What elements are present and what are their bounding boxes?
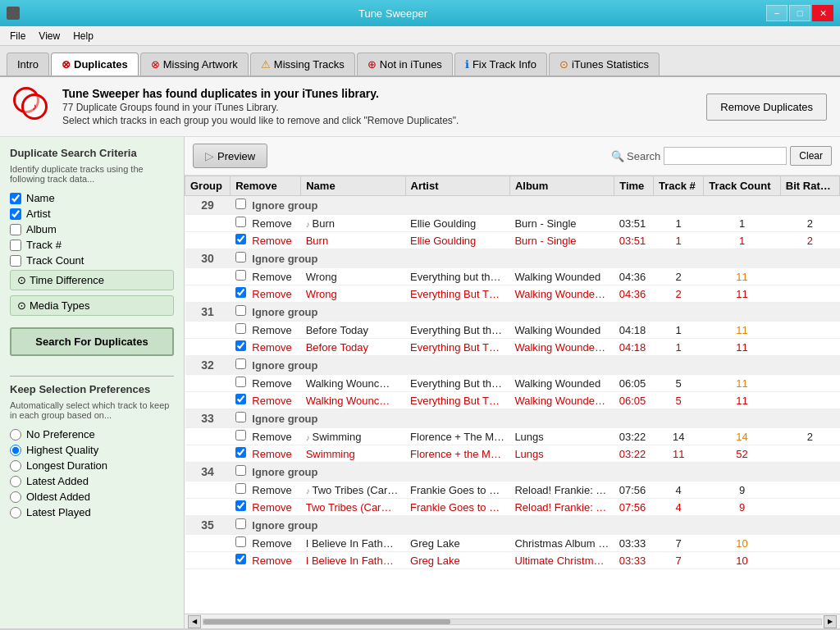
row-remove-cell[interactable]: Remove	[231, 482, 301, 499]
remove-checkbox[interactable]	[235, 554, 246, 564]
table-row[interactable]: Remove Two Tribes (Car… Frankie Goes to …	[185, 499, 840, 516]
scroll-track[interactable]	[203, 619, 822, 625]
media-types-dropdown[interactable]: ⊙ Media Types	[10, 295, 174, 316]
ignore-group-checkbox[interactable]	[235, 518, 246, 529]
criteria-track-count[interactable]: Track Count	[10, 254, 174, 267]
tab-intro[interactable]: Intro	[7, 52, 49, 75]
ignore-group-checkbox[interactable]	[235, 199, 246, 209]
group-ignore-cell[interactable]: Ignore group	[231, 516, 840, 535]
minimize-button[interactable]: −	[766, 5, 788, 21]
tab-fix-track-info[interactable]: ℹ Fix Track Info	[454, 52, 547, 75]
table-row[interactable]: Remove Before Today Everything But The G…	[185, 339, 840, 356]
criteria-name-checkbox[interactable]	[10, 193, 21, 204]
tab-duplicates[interactable]: ⊗ Duplicates	[51, 52, 139, 75]
remove-checkbox[interactable]	[235, 377, 246, 387]
ignore-group-checkbox[interactable]	[235, 358, 246, 369]
keep-latest-played-radio[interactable]	[10, 507, 21, 518]
clear-button[interactable]: Clear	[790, 146, 832, 166]
tab-itunes-statistics[interactable]: ⊙ iTunes Statistics	[549, 52, 660, 75]
table-row[interactable]: Remove ♪ Burn Ellie Goulding Burn - Sing…	[185, 215, 840, 232]
table-row[interactable]: Remove Walking Wounc… Everything But The…	[185, 392, 840, 409]
row-remove-cell[interactable]: Remove	[231, 535, 301, 552]
criteria-artist[interactable]: Artist	[10, 208, 174, 220]
keep-highest-quality-radio[interactable]	[10, 445, 21, 456]
table-row[interactable]: Remove Wrong Everything But The Girl Wal…	[185, 285, 840, 303]
menu-help[interactable]: Help	[66, 29, 100, 43]
keep-longest-duration[interactable]: Longest Duration	[10, 459, 174, 472]
row-remove-cell[interactable]: Remove	[231, 392, 301, 409]
table-row[interactable]: Remove Wrong Everything but the Girl Wal…	[185, 268, 840, 285]
remove-checkbox[interactable]	[235, 323, 246, 334]
horizontal-scrollbar[interactable]: ◀ ▶	[185, 614, 840, 628]
table-row[interactable]: Remove I Believe In Fath… Greg Lake Chri…	[185, 535, 840, 552]
remove-checkbox[interactable]	[235, 500, 246, 511]
keep-latest-added-radio[interactable]	[10, 476, 21, 487]
remove-checkbox[interactable]	[235, 447, 246, 458]
close-button[interactable]: ✕	[812, 5, 833, 21]
row-remove-cell[interactable]: Remove	[231, 552, 301, 569]
remove-checkbox[interactable]	[235, 270, 246, 281]
remove-checkbox[interactable]	[235, 483, 246, 494]
tab-missing-tracks[interactable]: ⚠ Missing Tracks	[250, 52, 355, 75]
ignore-group-checkbox[interactable]	[235, 305, 246, 316]
table-row[interactable]: Remove ♪ Swimming Florence + The Machine…	[185, 428, 840, 445]
row-remove-cell[interactable]: Remove	[231, 375, 301, 392]
remove-checkbox[interactable]	[235, 394, 246, 404]
table-row[interactable]: Remove I Believe In Fath… Greg Lake Ulti…	[185, 552, 840, 569]
table-row[interactable]: Remove Swimming Florence + the Machine L…	[185, 445, 840, 463]
ignore-group-checkbox[interactable]	[235, 412, 246, 422]
menu-file[interactable]: File	[3, 29, 32, 43]
row-remove-cell[interactable]: Remove	[231, 322, 301, 339]
maximize-button[interactable]: □	[789, 5, 810, 21]
row-remove-cell[interactable]: Remove	[231, 445, 301, 463]
remove-checkbox[interactable]	[235, 287, 246, 298]
group-ignore-cell[interactable]: Ignore group	[231, 409, 840, 428]
menu-view[interactable]: View	[32, 29, 66, 43]
keep-longest-duration-radio[interactable]	[10, 460, 21, 472]
scroll-right-button[interactable]: ▶	[824, 615, 837, 628]
row-remove-cell[interactable]: Remove	[231, 268, 301, 285]
row-remove-cell[interactable]: Remove	[231, 215, 301, 232]
group-ignore-cell[interactable]: Ignore group	[231, 356, 840, 375]
remove-duplicates-button[interactable]: Remove Duplicates	[706, 94, 827, 121]
criteria-track-num[interactable]: Track #	[10, 239, 174, 251]
criteria-track-num-checkbox[interactable]	[10, 240, 21, 251]
group-ignore-cell[interactable]: Ignore group	[231, 463, 840, 482]
table-row[interactable]: Remove Burn Ellie Goulding Burn - Single…	[185, 232, 840, 249]
search-input[interactable]	[664, 147, 787, 165]
remove-checkbox[interactable]	[235, 340, 246, 351]
criteria-name[interactable]: Name	[10, 192, 174, 204]
criteria-album[interactable]: Album	[10, 223, 174, 235]
tab-not-in-itunes[interactable]: ⊕ Not in iTunes	[357, 52, 453, 75]
remove-checkbox[interactable]	[235, 234, 246, 244]
keep-no-preference[interactable]: No Preference	[10, 428, 174, 441]
scroll-left-button[interactable]: ◀	[188, 615, 201, 628]
ignore-group-checkbox[interactable]	[235, 465, 246, 476]
table-row[interactable]: Remove ♪ Two Tribes (Car… Frankie Goes t…	[185, 482, 840, 499]
group-ignore-cell[interactable]: Ignore group	[231, 303, 840, 322]
row-remove-cell[interactable]: Remove	[231, 285, 301, 303]
keep-highest-quality[interactable]: Highest Quality	[10, 444, 174, 456]
criteria-track-count-checkbox[interactable]	[10, 255, 21, 267]
group-ignore-cell[interactable]: Ignore group	[231, 196, 840, 215]
tab-missing-artwork[interactable]: ⊗ Missing Artwork	[140, 52, 249, 75]
preview-button[interactable]: ▷ Preview	[193, 144, 267, 168]
scroll-thumb[interactable]	[203, 619, 450, 624]
row-remove-cell[interactable]: Remove	[231, 339, 301, 356]
keep-oldest-added[interactable]: Oldest Added	[10, 491, 174, 503]
keep-latest-played[interactable]: Latest Played	[10, 506, 174, 518]
row-remove-cell[interactable]: Remove	[231, 428, 301, 445]
row-remove-cell[interactable]: Remove	[231, 499, 301, 516]
ignore-group-checkbox[interactable]	[235, 252, 246, 262]
time-difference-dropdown[interactable]: ⊙ Time Difference	[10, 270, 174, 290]
keep-latest-added[interactable]: Latest Added	[10, 475, 174, 487]
table-row[interactable]: Remove Walking Wounc… Everything But the…	[185, 375, 840, 392]
keep-no-preference-radio[interactable]	[10, 429, 21, 441]
remove-checkbox[interactable]	[235, 217, 246, 227]
criteria-artist-checkbox[interactable]	[10, 208, 21, 220]
criteria-album-checkbox[interactable]	[10, 224, 21, 235]
search-for-duplicates-button[interactable]: Search For Duplicates	[10, 327, 174, 356]
duplicates-table-container[interactable]: Group Remove Name Artist Album Time Trac…	[185, 176, 840, 614]
row-remove-cell[interactable]: Remove	[231, 232, 301, 249]
remove-checkbox[interactable]	[235, 430, 246, 441]
